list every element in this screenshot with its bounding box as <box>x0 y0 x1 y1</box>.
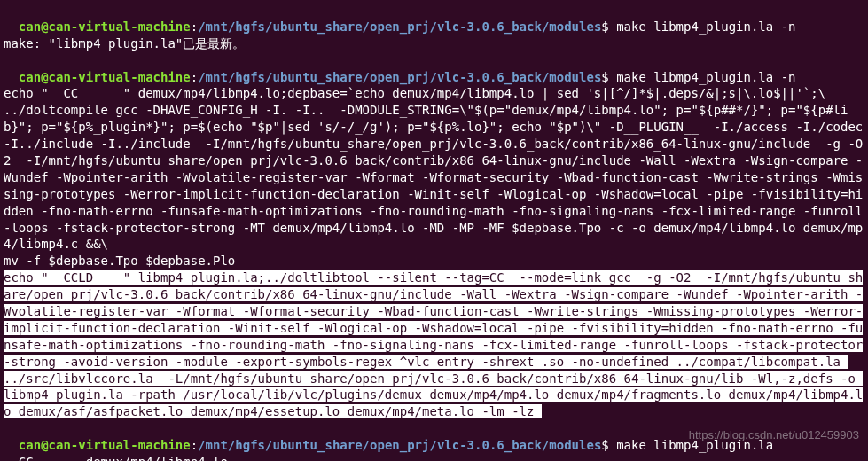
prompt-path: /mnt/hgfs/ubuntu_share/open_prj/vlc-3.0.… <box>198 20 601 34</box>
terminal-output[interactable]: CC demux/mp4/libmp4.lo <box>4 454 864 461</box>
terminal-line[interactable]: can@can-virtual-machine:/mnt/hgfs/ubuntu… <box>4 420 864 454</box>
prompt-colon: : <box>191 438 198 452</box>
terminal-line[interactable]: can@can-virtual-machine:/mnt/hgfs/ubuntu… <box>4 52 864 86</box>
command-text: make libmp4_plugin.la -n <box>609 20 796 34</box>
command-text: make libmp4_plugin.la <box>609 438 773 452</box>
terminal-output[interactable]: mv -f $depbase.Tpo $depbase.Plo <box>4 253 864 270</box>
prompt-user-host: can@can-virtual-machine <box>19 20 191 34</box>
terminal-output[interactable]: ../doltcompile gcc -DHAVE_CONFIG_H -I. -… <box>4 102 864 253</box>
prompt-path: /mnt/hgfs/ubuntu_share/open_prj/vlc-3.0.… <box>198 438 601 452</box>
terminal-line[interactable]: can@can-virtual-machine:/mnt/hgfs/ubuntu… <box>4 2 864 35</box>
prompt-dollar: $ <box>601 438 608 452</box>
prompt-user-host: can@can-virtual-machine <box>19 438 191 452</box>
prompt-user-host: can@can-virtual-machine <box>19 70 191 84</box>
prompt-dollar: $ <box>601 70 608 84</box>
terminal-output-selected[interactable]: echo " CCLD " libmp4_plugin.la;../doltli… <box>4 270 864 420</box>
prompt-colon: : <box>191 20 198 34</box>
selected-text: echo " CCLD " libmp4_plugin.la;../doltli… <box>4 270 863 418</box>
terminal-output[interactable]: make: "libmp4_plugin.la"已是最新。 <box>4 35 864 52</box>
prompt-dollar: $ <box>601 20 608 34</box>
prompt-path: /mnt/hgfs/ubuntu_share/open_prj/vlc-3.0.… <box>198 70 601 84</box>
terminal-output[interactable]: echo " CC " demux/mp4/libmp4.lo;depbase=… <box>4 85 864 102</box>
command-text: make libmp4_plugin.la -n <box>609 70 796 84</box>
prompt-colon: : <box>191 70 198 84</box>
